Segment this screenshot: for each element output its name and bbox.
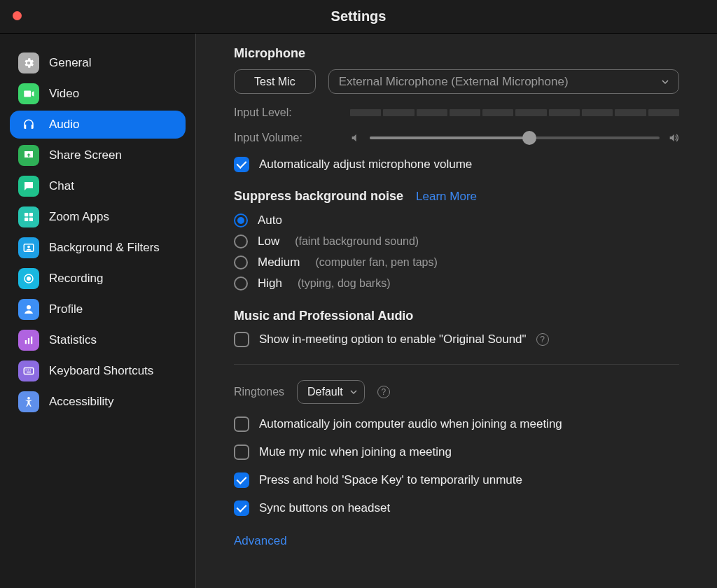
svg-rect-10 [28, 338, 29, 344]
chat-icon [18, 176, 39, 197]
profile-icon [18, 299, 39, 320]
help-icon[interactable]: ? [536, 333, 549, 346]
noise-option-medium[interactable]: Medium (computer fan, pen taps) [234, 255, 679, 270]
sidebar-item-video[interactable]: Video [10, 80, 186, 108]
svg-rect-3 [29, 218, 33, 221]
radio-icon [234, 276, 248, 290]
noise-option-auto[interactable]: Auto [234, 214, 679, 227]
microphone-device-select[interactable]: External Microphone (External Microphone… [328, 69, 679, 94]
radio-icon [234, 255, 248, 270]
chevron-down-icon [662, 78, 669, 85]
svg-rect-11 [31, 337, 32, 344]
speaker-high-icon [668, 132, 679, 144]
auto-adjust-mic-label: Automatically adjust microphone volume [259, 158, 472, 172]
input-level-meter [350, 109, 679, 116]
sidebar-item-label: Profile [49, 302, 83, 316]
sidebar-item-label: Accessibility [49, 395, 114, 409]
svg-rect-2 [25, 218, 28, 221]
svg-rect-13 [26, 370, 27, 371]
sidebar: General Video Audio Share Screen Chat [0, 34, 196, 588]
statistics-icon [18, 330, 39, 351]
chevron-down-icon [350, 388, 357, 396]
advanced-link[interactable]: Advanced [234, 534, 679, 548]
svg-rect-12 [24, 368, 34, 374]
noise-option-low[interactable]: Low (faint background sound) [234, 234, 679, 248]
gear-icon [18, 52, 39, 74]
radio-icon [234, 214, 248, 227]
keyboard-icon [18, 360, 39, 382]
sidebar-item-label: Zoom Apps [49, 210, 109, 224]
test-mic-button[interactable]: Test Mic [234, 69, 316, 94]
sidebar-item-background-filters[interactable]: Background & Filters [10, 234, 186, 262]
microphone-device-value: External Microphone (External Microphone… [339, 75, 569, 89]
sidebar-item-label: Chat [49, 179, 74, 193]
sidebar-item-label: Video [49, 87, 79, 101]
sidebar-item-recording[interactable]: Recording [10, 265, 186, 293]
noise-option-high[interactable]: High (typing, dog barks) [234, 276, 679, 290]
sidebar-item-audio[interactable]: Audio [10, 111, 186, 139]
accessibility-icon [18, 391, 39, 412]
mute-on-join-checkbox[interactable] [234, 444, 249, 460]
input-level-label: Input Level: [234, 106, 350, 119]
sidebar-item-label: Statistics [49, 333, 97, 347]
svg-rect-16 [27, 372, 31, 373]
recording-icon [18, 268, 39, 289]
sync-headset-label: Sync buttons on headset [259, 501, 390, 515]
auto-join-audio-label: Automatically join computer audio when j… [259, 417, 562, 431]
svg-rect-0 [25, 213, 28, 216]
sidebar-item-general[interactable]: General [10, 49, 186, 77]
help-icon[interactable]: ? [377, 386, 390, 398]
sidebar-item-share-screen[interactable]: Share Screen [10, 141, 186, 169]
radio-icon [234, 234, 248, 248]
sidebar-item-keyboard-shortcuts[interactable]: Keyboard Shortcuts [10, 357, 186, 385]
auto-join-audio-checkbox[interactable] [234, 416, 249, 432]
share-screen-icon [18, 145, 39, 166]
sync-headset-checkbox[interactable] [234, 500, 249, 516]
space-unmute-label: Press and hold 'Space Key' to temporaril… [259, 473, 522, 487]
window-title: Settings [0, 8, 717, 24]
input-volume-label: Input Volume: [234, 132, 350, 144]
svg-point-7 [27, 276, 31, 281]
original-sound-checkbox[interactable] [234, 332, 249, 347]
svg-rect-15 [30, 370, 32, 371]
auto-adjust-mic-checkbox[interactable] [234, 157, 249, 172]
sidebar-item-label: General [49, 56, 91, 70]
svg-point-17 [27, 397, 30, 400]
close-icon[interactable] [13, 11, 22, 20]
apps-icon [18, 206, 39, 227]
sidebar-item-accessibility[interactable]: Accessibility [10, 388, 186, 416]
window-controls [13, 11, 22, 20]
speaker-low-icon [350, 132, 361, 144]
noise-suppression-options: Auto Low (faint background sound) Medium… [234, 214, 679, 290]
titlebar: Settings [0, 0, 717, 34]
background-icon [18, 237, 39, 258]
mute-on-join-label: Mute my mic when joining a meeting [259, 445, 452, 459]
space-unmute-checkbox[interactable] [234, 472, 249, 488]
svg-rect-9 [25, 340, 27, 344]
learn-more-link[interactable]: Learn More [416, 190, 477, 204]
sidebar-item-label: Audio [49, 118, 79, 132]
sidebar-item-label: Share Screen [49, 148, 122, 162]
sidebar-item-profile[interactable]: Profile [10, 295, 186, 323]
input-volume-slider[interactable] [370, 136, 660, 139]
sidebar-item-statistics[interactable]: Statistics [10, 326, 186, 354]
video-icon [18, 83, 39, 104]
sidebar-item-label: Keyboard Shortcuts [49, 364, 153, 378]
music-pro-audio-heading: Music and Professional Audio [234, 309, 679, 323]
headphones-icon [18, 114, 39, 135]
ringtones-label: Ringtones [234, 386, 284, 398]
svg-point-5 [27, 246, 30, 248]
microphone-heading: Microphone [234, 46, 679, 61]
original-sound-label: Show in-meeting option to enable "Origin… [259, 332, 527, 346]
sidebar-item-label: Background & Filters [49, 241, 160, 255]
svg-rect-1 [29, 213, 33, 216]
sidebar-item-label: Recording [49, 272, 104, 286]
svg-rect-14 [28, 370, 29, 371]
suppress-noise-heading: Suppress background noise [234, 189, 403, 204]
svg-point-8 [27, 305, 31, 309]
divider [234, 364, 679, 365]
settings-panel: Microphone Test Mic External Microphone … [196, 34, 717, 588]
sidebar-item-zoom-apps[interactable]: Zoom Apps [10, 203, 186, 231]
sidebar-item-chat[interactable]: Chat [10, 172, 186, 200]
ringtones-select[interactable]: Default [297, 380, 365, 404]
